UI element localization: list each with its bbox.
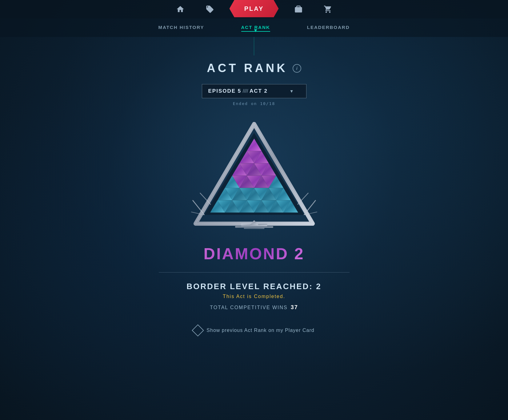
diamond-icon	[192, 324, 204, 337]
ended-text: Ended on 10/18	[233, 101, 275, 106]
sub-nav: MATCH HISTORY ACT RANK LEADERBOARD	[0, 18, 508, 37]
total-wins-value: 37	[291, 304, 298, 311]
episode-label: EPISODE 5	[208, 88, 242, 94]
tab-leaderboard[interactable]: LEADERBOARD	[307, 25, 350, 31]
episode-separator: ////	[243, 88, 250, 94]
bookmark-nav-icon[interactable]	[204, 4, 215, 15]
border-level-text: BORDER LEVEL REACHED: 2	[186, 282, 321, 291]
content-divider	[159, 272, 350, 273]
act-rank-heading: ACT RANK	[207, 62, 287, 75]
tab-match-history[interactable]: MATCH HISTORY	[158, 25, 204, 31]
rank-name: DIAMOND 2	[204, 244, 305, 263]
deco-line	[254, 37, 254, 62]
total-wins-label: TOTAL COMPETITIVE WINS	[210, 305, 288, 310]
player-card-row[interactable]: Show previous Act Rank on my Player Card	[194, 326, 314, 335]
act-label: ACT 2	[250, 88, 268, 94]
cart-nav-icon[interactable]	[322, 4, 334, 15]
play-button[interactable]: PLAY	[230, 0, 279, 17]
act-completed-text: This Act is Completed.	[186, 294, 321, 299]
episode-label-group: EPISODE 5 //// ACT 2	[208, 88, 268, 94]
briefcase-nav-icon[interactable]	[293, 4, 304, 15]
dropdown-arrow-icon: ▼	[290, 89, 294, 94]
top-nav: PLAY	[0, 0, 508, 18]
info-icon[interactable]: i	[293, 64, 301, 73]
tab-act-rank[interactable]: ACT RANK	[241, 25, 270, 31]
main-content: ACT RANK i EPISODE 5 //// ACT 2 ▼ Ended …	[159, 62, 350, 335]
act-rank-title-row: ACT RANK i	[207, 62, 301, 75]
player-card-text: Show previous Act Rank on my Player Card	[206, 328, 314, 333]
rank-badge	[186, 115, 322, 238]
total-wins-row: TOTAL COMPETITIVE WINS 37	[186, 304, 321, 311]
border-level-section: BORDER LEVEL REACHED: 2 This Act is Comp…	[186, 282, 321, 311]
episode-dropdown[interactable]: EPISODE 5 //// ACT 2 ▼	[202, 84, 306, 98]
svg-rect-52	[235, 226, 273, 228]
svg-rect-53	[244, 228, 264, 229]
home-nav-icon[interactable]	[175, 4, 186, 15]
play-label: PLAY	[244, 5, 264, 12]
